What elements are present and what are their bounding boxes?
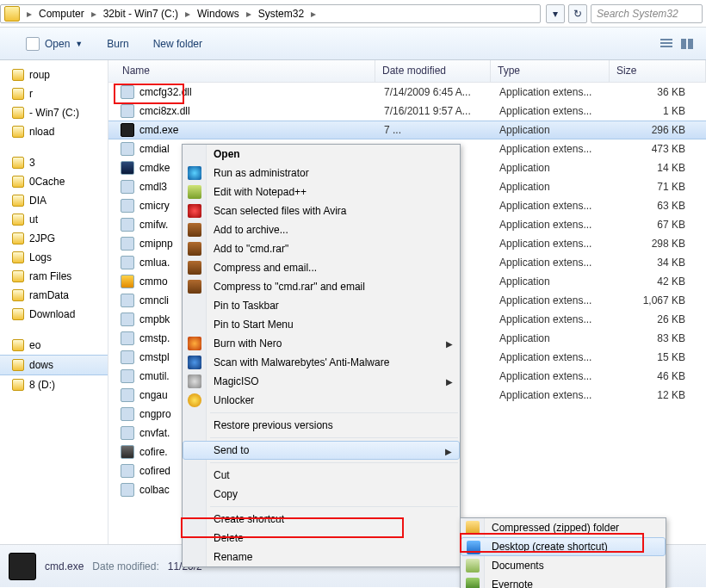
chevron-right-icon[interactable]: ▸ xyxy=(182,8,194,20)
file-type: Application extens... xyxy=(499,86,618,98)
sidebar-item[interactable]: nload xyxy=(0,122,108,141)
file-type: Application xyxy=(499,162,618,174)
folder-icon xyxy=(12,379,24,391)
menu-pin-startmenu[interactable]: Pin to Start Menu xyxy=(183,315,460,334)
menu-open[interactable]: Open xyxy=(183,145,460,164)
file-icon xyxy=(121,407,134,421)
view-details-icon[interactable] xyxy=(658,36,675,52)
file-icon xyxy=(121,426,134,440)
file-type: Application xyxy=(499,181,618,193)
history-dropdown[interactable]: ▾ xyxy=(546,4,565,23)
refresh-button[interactable]: ↻ xyxy=(568,4,587,23)
crumb-windows[interactable]: Windows xyxy=(194,8,243,20)
file-icon xyxy=(121,104,134,118)
menu-run-as-admin[interactable]: Run as administrator xyxy=(183,164,460,183)
file-date: 7/16/2011 9:57 A... xyxy=(384,105,499,117)
crumb-drive[interactable]: 32bit - Win7 (C:) xyxy=(100,8,182,20)
col-date[interactable]: Date modified xyxy=(375,60,491,82)
folder-icon xyxy=(12,214,24,226)
folder-icon xyxy=(12,107,24,119)
file-type: Application extens... xyxy=(499,257,618,269)
file-icon xyxy=(121,237,134,251)
chevron-right-icon[interactable]: ▸ xyxy=(23,8,35,20)
sendto-documents[interactable]: Documents xyxy=(461,556,666,575)
sidebar-item[interactable]: dows xyxy=(0,355,108,375)
menu-scan-avira[interactable]: Scan selected files with Avira xyxy=(183,201,460,220)
sidebar-item[interactable]: 3 xyxy=(0,153,108,172)
menu-delete[interactable]: Delete xyxy=(183,529,460,548)
menu-compress-email[interactable]: Compress and email... xyxy=(183,258,460,277)
sidebar-item[interactable]: 2JPG xyxy=(0,229,108,248)
chevron-down-icon[interactable]: ▼ xyxy=(75,40,83,48)
menu-compress-cmd-email[interactable]: Compress to "cmd.rar" and email xyxy=(183,277,460,296)
menu-add-archive[interactable]: Add to archive... xyxy=(183,220,460,239)
sendto-desktop[interactable]: Desktop (create shortcut) xyxy=(461,537,666,556)
sidebar-item[interactable]: - Win7 (C:) xyxy=(0,103,108,122)
folder-icon xyxy=(12,195,24,207)
menu-separator xyxy=(210,462,458,463)
sidebar-item[interactable]: ut xyxy=(0,210,108,229)
chevron-right-icon[interactable]: ▸ xyxy=(307,8,319,20)
file-type: Application extens... xyxy=(499,370,618,382)
menu-send-to[interactable]: Send to▶ xyxy=(183,441,460,460)
sidebar-item[interactable]: r xyxy=(0,84,108,103)
file-icon xyxy=(121,445,134,459)
view-preview-icon[interactable] xyxy=(678,36,696,52)
sidebar-item[interactable]: 0Cache xyxy=(0,172,108,191)
chevron-right-icon[interactable]: ▸ xyxy=(88,8,100,20)
col-name[interactable]: Name xyxy=(108,60,375,82)
menu-edit-notepadpp[interactable]: Edit with Notepad++ xyxy=(183,183,460,201)
folder-icon xyxy=(12,251,24,263)
sidebar-item-label: ram Files xyxy=(29,270,71,282)
search-input[interactable]: Search System32 xyxy=(591,4,703,23)
menu-pin-taskbar[interactable]: Pin to Taskbar xyxy=(183,296,460,315)
menu-copy[interactable]: Copy xyxy=(183,485,460,504)
file-icon xyxy=(121,275,134,288)
breadcrumb[interactable]: ▸ Computer ▸ 32bit - Win7 (C:) ▸ Windows… xyxy=(0,4,541,23)
file-icon xyxy=(121,199,134,213)
sidebar-item[interactable]: 8 (D:) xyxy=(0,375,108,394)
sidebar-item[interactable]: Download xyxy=(0,305,108,324)
menu-cut[interactable]: Cut xyxy=(183,466,460,485)
menu-magiciso[interactable]: MagicISO▶ xyxy=(183,372,460,391)
file-name: cmcfg32.dll xyxy=(139,86,384,98)
menu-scan-mbam[interactable]: Scan with Malwarebytes' Anti-Malware xyxy=(183,353,460,372)
crumb-computer[interactable]: Computer xyxy=(35,8,88,20)
sendto-evernote[interactable]: Evernote xyxy=(461,575,666,588)
burn-button[interactable]: Burn xyxy=(107,38,128,50)
sidebar-item[interactable]: ram Files xyxy=(0,267,108,286)
winrar-icon xyxy=(188,280,201,294)
menu-unlocker[interactable]: Unlocker xyxy=(183,391,460,410)
sidebar-item[interactable]: ramData xyxy=(0,286,108,305)
menu-create-shortcut[interactable]: Create shortcut xyxy=(183,510,460,529)
crumb-system32[interactable]: System32 xyxy=(255,8,307,20)
file-icon xyxy=(121,161,134,175)
file-type: Application xyxy=(499,332,618,344)
context-menu: Open Run as administrator Edit with Note… xyxy=(182,144,461,567)
file-type: Application extens... xyxy=(499,200,618,212)
menu-rename[interactable]: Rename xyxy=(183,548,460,566)
sendto-zip[interactable]: Compressed (zipped) folder xyxy=(461,518,666,537)
sidebar-item[interactable]: Logs xyxy=(0,248,108,267)
status-date-label: Date modified: xyxy=(92,560,158,573)
file-size: 34 KB xyxy=(618,257,706,269)
sidebar-item[interactable]: eo xyxy=(0,336,108,355)
table-row[interactable]: cmcfg32.dll7/14/2009 6:45 A...Applicatio… xyxy=(108,83,706,102)
file-type: Application extens... xyxy=(499,143,618,155)
col-type[interactable]: Type xyxy=(491,60,610,82)
table-row[interactable]: cmd.exe7 ...Application296 KB xyxy=(108,121,706,139)
menu-add-cmdrar[interactable]: Add to "cmd.rar" xyxy=(183,239,460,258)
desktop-icon xyxy=(467,541,480,554)
file-name: cmd.exe xyxy=(139,124,384,136)
sidebar-item[interactable]: roup xyxy=(0,65,108,84)
avira-icon xyxy=(188,204,201,218)
menu-burn-nero[interactable]: Burn with Nero▶ xyxy=(183,334,460,353)
new-folder-button[interactable]: New folder xyxy=(153,38,202,50)
col-size[interactable]: Size xyxy=(610,60,706,82)
open-button[interactable]: Open ▼ xyxy=(26,37,83,51)
sidebar-item-label: 2JPG xyxy=(29,232,55,244)
table-row[interactable]: cmci8zx.dll7/16/2011 9:57 A...Applicatio… xyxy=(108,102,706,121)
chevron-right-icon[interactable]: ▸ xyxy=(243,8,255,20)
menu-restore-versions[interactable]: Restore previous versions xyxy=(183,416,460,435)
sidebar-item[interactable]: DIA xyxy=(0,191,108,210)
